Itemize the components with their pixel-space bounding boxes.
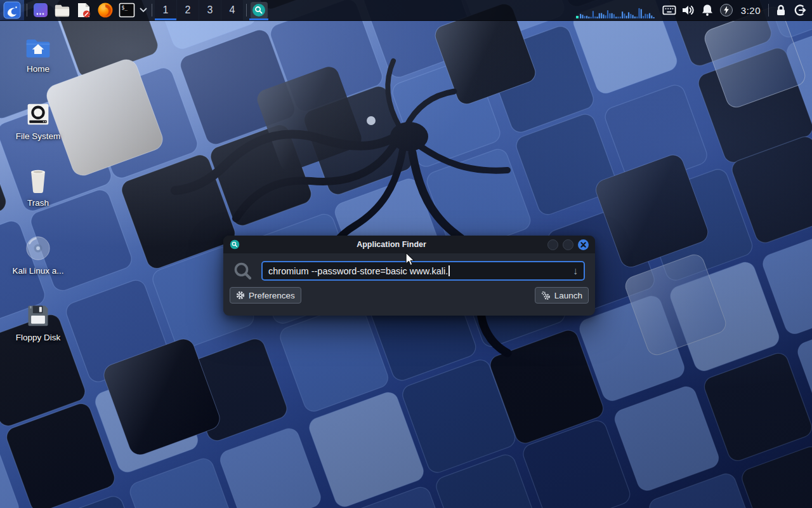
- launcher-file-manager[interactable]: [51, 0, 73, 20]
- cpu-graph-icon: [575, 1, 656, 20]
- svg-text:$_: $_: [122, 5, 128, 11]
- desktop-icon-label: File System: [16, 131, 61, 141]
- volume-icon: [681, 4, 695, 17]
- launcher-firefox[interactable]: [95, 0, 116, 20]
- mouse-cursor: [405, 252, 417, 267]
- applications-menu-button[interactable]: [0, 0, 24, 20]
- desktop-app-icon: [32, 2, 49, 18]
- app-finder-window-icon: [230, 239, 240, 250]
- bell-icon: [701, 4, 714, 17]
- preferences-label: Preferences: [249, 291, 295, 300]
- launch-button[interactable]: Launch: [535, 287, 589, 304]
- workspace-label: 3: [207, 4, 213, 16]
- trash-icon: [26, 168, 50, 194]
- file-manager-icon: [54, 3, 70, 18]
- desktop-icon-file-system[interactable]: File System: [8, 102, 69, 141]
- desktop-icon-label: Floppy Disk: [16, 333, 61, 342]
- desktop-icon-trash[interactable]: Trash: [8, 168, 69, 208]
- dropdown-arrow-icon[interactable]: ↓: [573, 265, 578, 277]
- workspace-button-2[interactable]: 2: [177, 0, 199, 20]
- maximize-button[interactable]: [563, 239, 573, 250]
- top-panel: $_ 1 2 3 4: [0, 0, 812, 21]
- workspace-label: 4: [230, 4, 235, 16]
- keyboard-icon: [662, 4, 676, 16]
- clock[interactable]: 3:20: [736, 5, 766, 16]
- chevron-down-icon: [140, 8, 147, 13]
- execute-gears-icon: [541, 291, 551, 300]
- panel-separator: [152, 4, 152, 17]
- floppy-disk-icon: [25, 303, 51, 328]
- panel-separator: [768, 4, 769, 17]
- power-manager[interactable]: [717, 0, 736, 20]
- launcher-desktop-app[interactable]: [30, 0, 51, 20]
- command-text: chromium --password-store=basic www.kali…: [268, 266, 448, 276]
- command-input[interactable]: chromium --password-store=basic www.kali…: [261, 261, 585, 281]
- desktop-icon-home[interactable]: Home: [8, 36, 69, 74]
- keyboard-indicator[interactable]: [660, 0, 679, 20]
- cpu-graph: [575, 0, 656, 20]
- system-tray: 3:20: [575, 0, 812, 20]
- text-editor-icon: [76, 2, 91, 18]
- text-caret: [449, 265, 450, 276]
- window-title: Application Finder: [240, 240, 543, 249]
- taskbar-app-finder-button[interactable]: [249, 0, 268, 20]
- app-finder-icon: [252, 3, 266, 17]
- panel-separator: [246, 4, 247, 17]
- launcher-dropdown-button[interactable]: [138, 0, 149, 20]
- application-finder-window: Application Finder chromium --password-s…: [223, 236, 595, 316]
- desktop-icon-kali-linux[interactable]: Kali Linux a...: [8, 235, 69, 276]
- notifications[interactable]: [698, 0, 717, 20]
- logout-button[interactable]: [790, 0, 809, 20]
- kali-menu-icon: [3, 1, 21, 19]
- firefox-icon: [97, 2, 114, 18]
- launch-label: Launch: [554, 291, 582, 300]
- cd-disc-icon: [25, 235, 51, 262]
- volume-control[interactable]: [679, 0, 698, 20]
- workspace-button-4[interactable]: 4: [221, 0, 243, 20]
- gear-icon: [236, 291, 245, 300]
- titlebar[interactable]: Application Finder: [223, 236, 595, 253]
- lock-screen-button[interactable]: [771, 0, 790, 20]
- power-battery-icon: [719, 3, 733, 17]
- panel-separator: [27, 4, 27, 17]
- search-icon: [233, 262, 252, 281]
- desktop-icon-floppy-disk[interactable]: Floppy Disk: [8, 303, 69, 342]
- lock-icon: [775, 4, 787, 17]
- workspace-button-1[interactable]: 1: [155, 0, 176, 20]
- desktop-icon-label: Home: [27, 64, 49, 74]
- launcher-text-editor[interactable]: [73, 0, 95, 20]
- close-button[interactable]: [578, 239, 589, 250]
- workspace-label: 1: [163, 4, 169, 16]
- logout-icon: [794, 4, 806, 17]
- home-folder-icon: [24, 36, 52, 60]
- launcher-terminal[interactable]: $_: [116, 0, 138, 20]
- minimize-button[interactable]: [547, 239, 558, 250]
- desktop-icon-label: Trash: [27, 198, 49, 208]
- workspace-label: 2: [185, 4, 191, 16]
- preferences-button[interactable]: Preferences: [230, 287, 301, 304]
- close-icon: [580, 242, 586, 248]
- workspace-button-3[interactable]: 3: [199, 0, 221, 20]
- terminal-icon: $_: [119, 3, 135, 18]
- desktop-icon-label: Kali Linux a...: [12, 266, 63, 276]
- hard-drive-icon: [25, 102, 51, 127]
- desktop: Home File System Trash Kali Linux a...: [0, 0, 812, 508]
